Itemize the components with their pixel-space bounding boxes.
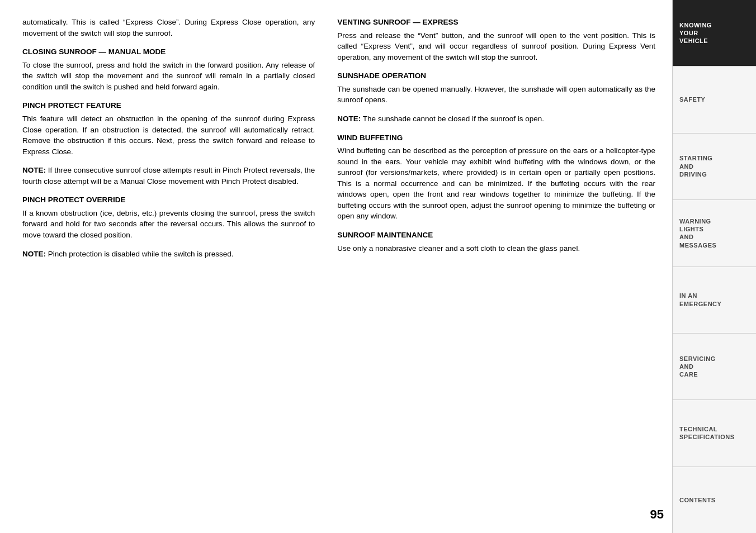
sidebar-label-technical-specifications: TECHNICALSPECIFICATIONS (679, 425, 734, 441)
sidebar-item-servicing-and-care[interactable]: SERVICINGANDCARE (673, 334, 756, 400)
section-venting-sunroof: VENTING SUNROOF — EXPRESS Press and rele… (337, 17, 655, 63)
section-body-closing-sunroof: To close the sunroof, press and hold the… (22, 60, 315, 93)
section-pinch-protect-override: PINCH PROTECT OVERRIDE If a known obstru… (22, 194, 315, 240)
section-title-wind-buffeting: WIND BUFFETING (337, 132, 655, 144)
sidebar-item-warning-lights-and-messages[interactable]: WARNINGLIGHTSANDMESSAGES (673, 200, 756, 266)
section-body-pinch-protect-override: If a known obstruction (ice, debris, etc… (22, 208, 315, 241)
section-pinch-protect-feature: PINCH PROTECT FEATURE This feature will … (22, 100, 315, 157)
section-body-wind-buffeting: Wind buffeting can be described as the p… (337, 145, 655, 222)
section-body-venting-sunroof: Press and release the “Vent” button, and… (337, 30, 655, 63)
sidebar: KNOWINGYOURVEHICLE SAFETY STARTINGANDDRI… (672, 0, 756, 533)
note-label-1: NOTE: (22, 166, 46, 174)
note-sunshade: NOTE: The sunshade cannot be closed if t… (337, 113, 655, 125)
note-label-2: NOTE: (22, 250, 46, 258)
sidebar-label-starting-and-driving: STARTINGANDDRIVING (679, 154, 712, 178)
sidebar-item-safety[interactable]: SAFETY (673, 66, 756, 133)
sidebar-item-in-an-emergency[interactable]: IN ANEMERGENCY (673, 267, 756, 334)
left-column: automatically. This is called “Express C… (22, 17, 326, 516)
section-wind-buffeting: WIND BUFFETING Wind buffeting can be des… (337, 132, 655, 222)
right-column: VENTING SUNROOF — EXPRESS Press and rele… (326, 17, 655, 516)
section-body-sunshade-operation: The sunshade can be opened manually. How… (337, 84, 655, 106)
note-body-2: Pinch protection is disabled while the s… (46, 250, 233, 258)
section-title-venting-sunroof: VENTING SUNROOF — EXPRESS (337, 17, 655, 28)
sidebar-item-technical-specifications[interactable]: TECHNICALSPECIFICATIONS (673, 400, 756, 467)
sidebar-label-knowing-your-vehicle: KNOWINGYOURVEHICLE (679, 21, 712, 45)
sidebar-label-contents: CONTENTS (679, 496, 716, 504)
sidebar-item-starting-and-driving[interactable]: STARTINGANDDRIVING (673, 134, 756, 200)
section-title-closing-sunroof: CLOSING SUNROOF — MANUAL MODE (22, 46, 315, 58)
section-closing-sunroof: CLOSING SUNROOF — MANUAL MODE To close t… (22, 46, 315, 92)
note-body-sunshade: The sunshade cannot be closed if the sun… (361, 115, 544, 123)
section-title-pinch-protect-override: PINCH PROTECT OVERRIDE (22, 194, 315, 206)
sidebar-label-safety: SAFETY (679, 96, 705, 103)
section-body-sunroof-maintenance: Use only a nonabrasive cleaner and a sof… (337, 243, 655, 254)
note-pinch-1: NOTE: If three consecutive sunroof close… (22, 165, 315, 187)
sidebar-item-contents[interactable]: CONTENTS (673, 467, 756, 533)
section-title-pinch-protect-feature: PINCH PROTECT FEATURE (22, 100, 315, 111)
section-sunroof-maintenance: SUNROOF MAINTENANCE Use only a nonabrasi… (337, 230, 655, 254)
sidebar-label-in-an-emergency: IN ANEMERGENCY (679, 292, 721, 308)
sidebar-label-servicing-and-care: SERVICINGANDCARE (679, 355, 716, 379)
note-pinch-2: NOTE: Pinch protection is disabled while… (22, 249, 315, 260)
sidebar-item-knowing-your-vehicle[interactable]: KNOWINGYOURVEHICLE (673, 0, 756, 66)
section-title-sunroof-maintenance: SUNROOF MAINTENANCE (337, 230, 655, 241)
intro-text: automatically. This is called “Express C… (22, 17, 315, 39)
section-body-pinch-protect-feature: This feature will detect an obstruction … (22, 113, 315, 157)
sidebar-label-warning-lights-and-messages: WARNINGLIGHTSANDMESSAGES (679, 217, 716, 249)
note-label-sunshade: NOTE: (337, 115, 361, 123)
note-body-1: If three consecutive sunroof close attem… (22, 166, 315, 185)
section-sunshade-operation: SUNSHADE OPERATION The sunshade can be o… (337, 70, 655, 106)
section-title-sunshade-operation: SUNSHADE OPERATION (337, 70, 655, 82)
page-number: 95 (650, 507, 664, 522)
